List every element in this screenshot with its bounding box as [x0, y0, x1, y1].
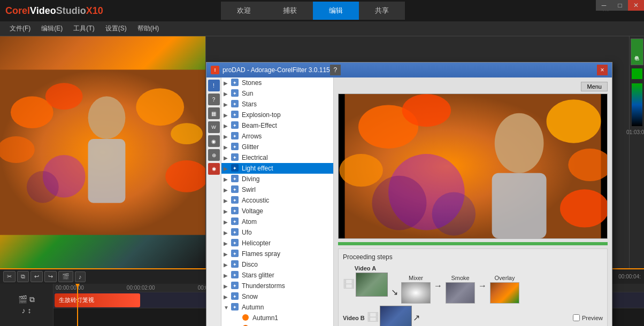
effect-list[interactable]: ▶✦Stones▶✦Sun▶✦Stars▶✦Explosion-top▶✦Bea…: [221, 77, 333, 326]
menu-file[interactable]: 文件(F): [4, 22, 36, 35]
effect-label-21: Autumn: [242, 304, 331, 311]
sidebar-icon-delete[interactable]: ✱: [208, 163, 220, 175]
overlay-box[interactable]: [490, 282, 519, 304]
minimize-button[interactable]: ─: [596, 0, 612, 11]
overlay-track-icon: ⧉: [29, 295, 35, 304]
effect-label-13: Atom: [242, 218, 331, 226]
tl-btn-audio[interactable]: ♪: [75, 271, 86, 282]
svg-point-10: [27, 171, 59, 203]
tl-btn-cut[interactable]: ✂: [3, 271, 16, 282]
svg-point-70: [339, 154, 383, 187]
tl-btn-redo[interactable]: ↪: [44, 271, 57, 282]
close-app-button[interactable]: ✕: [628, 0, 644, 11]
tab-capture[interactable]: 捕获: [267, 2, 313, 20]
menu-help[interactable]: 帮助(H): [132, 22, 165, 35]
effect-item-4[interactable]: ▶✦Beam-Effect: [221, 120, 333, 131]
effect-item-18[interactable]: ▶✦Stars glitter: [221, 270, 333, 281]
maximize-button[interactable]: □: [612, 0, 628, 11]
effect-item-7[interactable]: ▶✦Electrical: [221, 152, 333, 163]
effect-label-16: Flames spray: [242, 250, 331, 258]
preview-checkbox-area: Preview: [573, 314, 603, 321]
sidebar-icon-eye[interactable]: ◉: [208, 135, 220, 147]
dialog-close-button[interactable]: ×: [597, 65, 608, 75]
mixer-box[interactable]: [401, 282, 431, 304]
svg-text:✦: ✦: [233, 198, 237, 203]
preview-area: Menu: [334, 77, 612, 326]
svg-text:✦: ✦: [233, 187, 237, 192]
menu-settings[interactable]: 设置(S): [100, 22, 132, 35]
arrow-b: ↗: [413, 313, 420, 323]
proceeding-title: Proceeding steps: [343, 253, 603, 261]
svg-point-4: [171, 123, 203, 144]
logo-corel: Corel: [5, 5, 30, 16]
sidebar-icon-screen[interactable]: ▦: [208, 107, 220, 119]
menu-tools[interactable]: 工具(T): [68, 22, 99, 35]
tl-btn-copy[interactable]: ⧉: [17, 271, 29, 282]
sidebar-icon-globe[interactable]: ⊕: [208, 149, 220, 161]
svg-text:✦: ✦: [233, 155, 237, 160]
effect-item-11[interactable]: ▶✦Accoustic: [221, 195, 333, 206]
effect-item-12[interactable]: ▶✦Voltage: [221, 206, 333, 216]
filter-dialog: ! proDAD - Adorage-CorelFilter 3.0.115 ?…: [206, 62, 612, 326]
effect-item-23[interactable]: Autumn2: [221, 323, 333, 326]
preview-checkbox-label: Preview: [582, 315, 603, 321]
app-logo: CorelVideoStudioX10: [5, 5, 103, 17]
effect-item-21[interactable]: ▼✦Autumn: [221, 302, 333, 313]
effect-item-19[interactable]: ▶✦Thunderstorms: [221, 281, 333, 291]
rp-color-btn[interactable]: 单色: [631, 38, 643, 65]
svg-text:✦: ✦: [233, 123, 237, 128]
effect-item-16[interactable]: ▶✦Flames spray: [221, 249, 333, 259]
effect-item-20[interactable]: ▶✦Snow: [221, 291, 333, 302]
tl-btn-undo[interactable]: ↩: [30, 271, 43, 282]
ruler-2: 00:00:02:00: [127, 285, 155, 291]
effect-item-13[interactable]: ▶✦Atom: [221, 216, 333, 227]
track-icon-row: 🎬 ⧉: [18, 295, 35, 304]
effect-item-9[interactable]: ▶✦Diving: [221, 174, 333, 184]
dialog-title: proDAD - Adorage-CorelFilter 3.0.115: [223, 66, 330, 74]
effect-item-6[interactable]: ▶✦Glitter: [221, 142, 333, 152]
effect-item-5[interactable]: ▶✦Arrows: [221, 131, 333, 142]
tab-share[interactable]: 共享: [359, 2, 405, 20]
menu-edit[interactable]: 编辑(E): [36, 22, 68, 35]
tl-btn-clip[interactable]: 🎬: [58, 271, 73, 282]
effect-label-3: Explosion-top: [242, 111, 331, 119]
sidebar-icon-help[interactable]: ?: [208, 94, 220, 105]
film-icon-b: 🎞: [367, 311, 379, 325]
effect-item-22[interactable]: Autumn1: [221, 313, 333, 323]
effect-item-0[interactable]: ▶✦Stones: [221, 77, 333, 88]
svg-text:✦: ✦: [233, 219, 237, 224]
sidebar-icon-main[interactable]: !: [208, 80, 220, 91]
effect-item-2[interactable]: ▶✦Stars: [221, 99, 333, 110]
smoke-box[interactable]: [446, 282, 475, 304]
effect-label-6: Glitter: [242, 143, 331, 151]
effect-item-14[interactable]: ▶✦Ufo: [221, 227, 333, 238]
preview-checkbox[interactable]: [573, 314, 580, 321]
preview-image: [338, 94, 608, 239]
sidebar-icon-w[interactable]: W: [208, 121, 220, 133]
svg-rect-73: [492, 173, 547, 238]
svg-text:✦: ✦: [233, 176, 237, 182]
effect-item-10[interactable]: ▶✦Swirl: [221, 184, 333, 195]
dialog-help-button[interactable]: ?: [330, 65, 341, 75]
svg-text:✦: ✦: [233, 102, 237, 107]
video-preview: [0, 36, 205, 268]
effect-label-2: Stars: [242, 100, 331, 108]
effect-label-14: Ufo: [242, 229, 331, 236]
track-icon-row2: ♪ ↕: [22, 306, 32, 315]
effect-item-8[interactable]: ▶✦Light effect: [221, 163, 333, 174]
effect-item-3[interactable]: ▶✦Explosion-top: [221, 110, 333, 120]
effect-item-1[interactable]: ▶✦Sun: [221, 88, 333, 99]
window-controls: ─ □ ✕: [596, 0, 644, 11]
fx-clip[interactable]: 生故砖灯笼视: [55, 293, 140, 307]
svg-text:✦: ✦: [233, 112, 237, 118]
mixer-label: Mixer: [409, 275, 423, 281]
render-progress: [338, 242, 608, 245]
effect-item-15[interactable]: ▶✦Helicopter: [221, 238, 333, 249]
effect-item-17[interactable]: ▶✦Disco: [221, 259, 333, 270]
svg-point-71: [560, 189, 607, 227]
tab-welcome[interactable]: 欢迎: [221, 2, 267, 20]
menu-button[interactable]: Menu: [581, 82, 608, 91]
effect-label-12: Voltage: [242, 207, 331, 215]
tab-edit[interactable]: 编辑: [313, 2, 359, 20]
svg-text:✦: ✦: [233, 230, 237, 235]
